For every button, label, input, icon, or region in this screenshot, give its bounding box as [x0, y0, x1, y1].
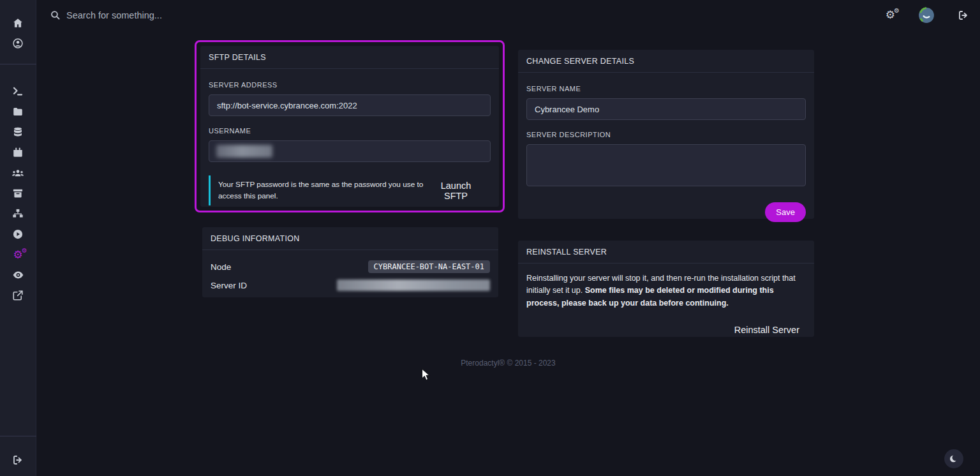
search-input[interactable] — [66, 10, 322, 20]
signout-icon[interactable] — [958, 10, 969, 21]
sftp-details-card: SFTP DETAILS SERVER ADDRESS USERNAME You… — [200, 46, 499, 207]
topbar: ⚙⚙ — [36, 0, 980, 30]
server-id-row: Server ID — [211, 277, 490, 294]
avatar[interactable] — [918, 7, 935, 24]
server-id-redaction-blur — [337, 279, 490, 291]
reinstall-card-title: REINSTALL SERVER — [518, 241, 814, 264]
calendar-icon — [12, 147, 24, 158]
username-input[interactable] — [209, 140, 491, 162]
sidebar-item-users[interactable] — [8, 167, 28, 179]
folder-icon — [12, 106, 24, 117]
node-row: Node CYBRANCEE-BOT-NA-EAST-01 — [211, 258, 490, 275]
gears-icon: ⚙⚙ — [13, 249, 22, 260]
external-link-icon — [12, 290, 24, 301]
play-circle-icon — [12, 228, 24, 240]
sidebar-item-console[interactable] — [8, 86, 28, 97]
server-address-label: SERVER ADDRESS — [209, 81, 491, 89]
sidebar-item-startup[interactable] — [8, 228, 28, 240]
admin-gears-icon[interactable]: ⚙⚙ — [886, 10, 895, 20]
server-address-input[interactable] — [209, 94, 491, 116]
sidebar-item-files[interactable] — [8, 106, 28, 117]
dark-mode-toggle[interactable] — [944, 449, 963, 468]
terminal-icon — [12, 86, 24, 97]
node-label: Node — [211, 262, 231, 272]
sidebar-item-network[interactable] — [8, 208, 28, 219]
archive-box-icon — [12, 188, 24, 199]
server-name-label: SERVER NAME — [526, 85, 806, 93]
users-icon — [11, 167, 24, 179]
server-description-label: SERVER DESCRIPTION — [526, 131, 806, 138]
eye-icon — [12, 269, 24, 281]
debug-card-title: DEBUG INFORMATION — [202, 227, 498, 250]
sidebar-item-external[interactable] — [8, 290, 28, 301]
sidebar-item-databases[interactable] — [8, 126, 28, 138]
page: ⚙⚙ — [0, 0, 980, 476]
footer-copyright: Pterodactyl® © 2015 - 2023 — [36, 359, 980, 368]
sidebar-divider-bottom — [0, 436, 36, 436]
logout-icon — [12, 454, 24, 466]
sidebar-item-schedules[interactable] — [8, 147, 28, 158]
home-icon — [12, 17, 24, 29]
moon-icon — [948, 453, 960, 465]
sftp-card-title: SFTP DETAILS — [200, 46, 499, 69]
sitemap-icon — [12, 208, 24, 219]
sidebar: ⚙⚙ — [0, 0, 36, 476]
change-server-details-card: CHANGE SERVER DETAILS SERVER NAME SERVER… — [518, 50, 814, 219]
server-name-input[interactable] — [526, 98, 806, 120]
sftp-highlight-box: SFTP DETAILS SERVER ADDRESS USERNAME You… — [195, 40, 505, 212]
sftp-password-note: Your SFTP password is the same as the pa… — [209, 175, 429, 205]
search-bar[interactable] — [50, 10, 886, 20]
details-card-title: CHANGE SERVER DETAILS — [518, 50, 814, 73]
node-value-badge: CYBRANCEE-BOT-NA-EAST-01 — [368, 260, 490, 273]
save-button[interactable]: Save — [765, 202, 806, 222]
reinstall-server-card: REINSTALL SERVER Reinstalling your serve… — [518, 241, 814, 337]
sidebar-item-settings[interactable]: ⚙⚙ — [8, 249, 28, 260]
username-label: USERNAME — [209, 127, 491, 135]
sidebar-item-backups[interactable] — [8, 188, 28, 199]
reinstall-warning-text: Reinstalling your server will stop it, a… — [526, 272, 806, 309]
sidebar-item-home[interactable] — [8, 17, 28, 29]
sidebar-item-account[interactable] — [8, 38, 28, 49]
reinstall-server-button[interactable]: Reinstall Server — [734, 325, 799, 335]
debug-information-card: DEBUG INFORMATION Node CYBRANCEE-BOT-NA-… — [202, 227, 498, 297]
server-description-textarea[interactable] — [526, 144, 806, 186]
sidebar-item-logout[interactable] — [8, 454, 28, 466]
user-circle-icon — [12, 38, 24, 49]
server-id-label: Server ID — [211, 281, 247, 290]
sidebar-item-activity[interactable] — [8, 269, 28, 281]
database-icon — [12, 126, 24, 138]
launch-sftp-button[interactable]: Launch SFTP — [429, 181, 483, 201]
mouse-cursor — [421, 368, 431, 385]
search-icon — [50, 10, 61, 20]
